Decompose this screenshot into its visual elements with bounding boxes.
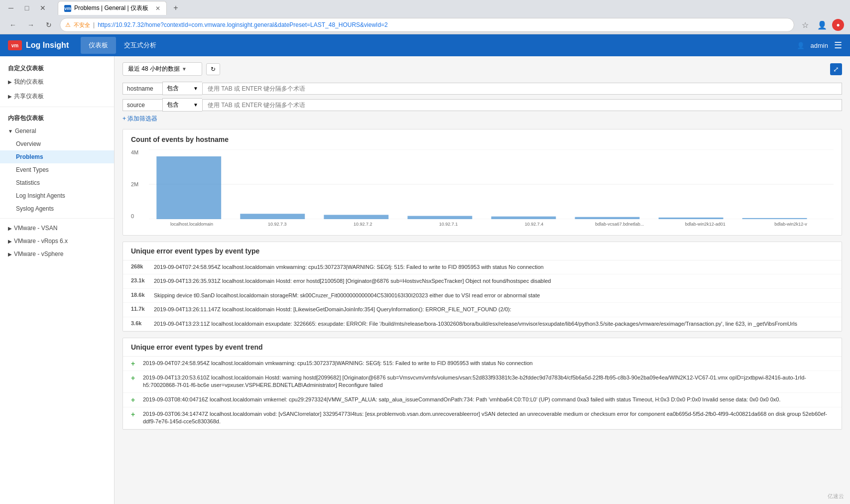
sidebar-item-event-types[interactable]: Event Types xyxy=(0,163,114,176)
filters: hostname 包含 ▼ source 包含 ▼ + 添加筛选器 xyxy=(122,82,842,123)
sidebar-item-log-insight-agents[interactable]: Log Insight Agents xyxy=(0,189,114,202)
watermark: 亿速云 xyxy=(828,493,844,500)
svg-rect-5 xyxy=(324,215,388,219)
sidebar-vmware-vsphere[interactable]: ▶ VMware - vSphere xyxy=(0,248,114,260)
list-item[interactable]: + 2019-09-04T07:24:58.954Z localhost.loc… xyxy=(123,357,842,371)
chevron-right-icon-3: ▶ xyxy=(8,226,12,231)
chart-y-labels: 4M 2M 0 xyxy=(131,149,147,219)
browser-chrome: ─ □ ✕ vm Problems | General | 仪表板 ✕ + ← … xyxy=(0,0,850,34)
sidebar-item-syslog-agents[interactable]: Syslog Agents xyxy=(0,202,114,215)
time-selector[interactable]: 最近 48 小时的数据 ▼ xyxy=(122,62,202,76)
extension-icon[interactable]: ● xyxy=(832,19,844,31)
separator: | xyxy=(93,21,95,28)
sidebar-item-overview[interactable]: Overview xyxy=(0,137,114,150)
new-tab-button[interactable]: + xyxy=(170,2,182,14)
trend-events-title: Unique error event types by event trend xyxy=(123,338,842,357)
list-item[interactable]: + 2019-09-03T06:34:14747Z localhost.loca… xyxy=(123,407,842,429)
logo: vm Log Insight xyxy=(8,40,69,50)
error-events-title: Unique error event types by event type xyxy=(123,242,842,260)
my-dashboards-label: 我的仪表板 xyxy=(14,78,44,86)
sidebar-vmware-vsan[interactable]: ▶ VMware - VSAN xyxy=(0,222,114,235)
table-row[interactable]: 18.6k Skipping device tl0.SanD localhost… xyxy=(123,289,842,303)
nav-right: 👤 admin ☰ xyxy=(797,40,842,51)
list-item[interactable]: + 2019-09-04T13:20:53.610Z localhost.loc… xyxy=(123,371,842,393)
sidebar-my-dashboards[interactable]: ▶ 我的仪表板 xyxy=(0,75,114,89)
profile-icon[interactable]: 👤 xyxy=(815,18,829,32)
chevron-down-icon: ▼ xyxy=(8,128,13,134)
add-filter-button[interactable]: + 添加筛选器 xyxy=(122,115,842,123)
event-text-3: 2019-09-04T13:26:11.147Z localhost.local… xyxy=(154,306,834,313)
x-label-0: localhost.localdomain xyxy=(149,222,235,227)
x-label-2: 10.92.7.2 xyxy=(320,222,406,227)
sidebar-vmware-vrops[interactable]: ▶ VMware - vRops 6.x xyxy=(0,235,114,248)
active-tab[interactable]: vm Problems | General | 仪表板 ✕ xyxy=(58,1,167,15)
sidebar-item-statistics[interactable]: Statistics xyxy=(0,176,114,189)
filter-op-text: 包含 xyxy=(167,84,179,93)
chevron-right-icon-5: ▶ xyxy=(8,252,12,257)
forward-button[interactable]: → xyxy=(24,18,38,32)
tab-close-icon[interactable]: ✕ xyxy=(155,5,160,12)
shared-dashboards-label: 共享仪表板 xyxy=(14,92,44,101)
x-label-6: bdlab-win2k12-ad01 xyxy=(662,222,748,227)
refresh-button[interactable]: ↻ xyxy=(206,63,220,75)
browser-controls: ─ □ ✕ xyxy=(4,1,50,15)
reload-button[interactable]: ↻ xyxy=(42,18,56,32)
sidebar-item-problems[interactable]: Problems xyxy=(0,150,114,163)
logo-icon: vm xyxy=(8,40,22,50)
chevron-down-icon-op2: ▼ xyxy=(193,102,198,108)
sidebar-divider-2 xyxy=(0,218,114,219)
expand-button[interactable]: ⤢ xyxy=(830,63,842,75)
chevron-down-icon: ▼ xyxy=(182,66,187,72)
expand-icon-0[interactable]: + xyxy=(131,360,138,368)
content: 最近 48 小时的数据 ▼ ↻ ⤢ hostname 包含 ▼ source xyxy=(115,56,850,504)
x-label-3: 10.92.7.1 xyxy=(406,222,491,227)
back-button[interactable]: ← xyxy=(6,18,20,32)
table-row[interactable]: 268k 2019-09-04T07:24:58.954Z localhost.… xyxy=(123,260,842,274)
event-count-1: 23.1k xyxy=(131,277,149,283)
sidebar-general-group[interactable]: ▼ General xyxy=(0,125,114,137)
custom-dashboards-header: 自定义仪表板 xyxy=(0,60,114,75)
expand-icon-2[interactable]: + xyxy=(131,396,138,404)
expand-icon-3[interactable]: + xyxy=(131,410,138,418)
filter-hostname-operator[interactable]: 包含 ▼ xyxy=(162,82,202,95)
table-row[interactable]: 3.6k 2019-09-04T13:23:11Z localhost.loca… xyxy=(123,317,842,331)
close-button[interactable]: ✕ xyxy=(36,1,50,15)
address-bar[interactable]: ⚠ 不安全 | https://10.92.7.32/home?contextI… xyxy=(60,18,794,32)
chart-title: Count of events by hostname xyxy=(131,135,834,143)
filter-source-input[interactable] xyxy=(202,99,842,111)
event-count-3: 11.7k xyxy=(131,306,149,312)
user-name: admin xyxy=(811,42,828,49)
nav-interactive-button[interactable]: 交互式分析 xyxy=(116,37,164,54)
tab-bar: vm Problems | General | 仪表板 ✕ + xyxy=(54,0,846,15)
trend-events-section: Unique error event types by event trend … xyxy=(122,338,842,430)
browser-actions: ☆ 👤 ● xyxy=(798,18,844,32)
svg-rect-3 xyxy=(156,156,221,219)
menu-icon[interactable]: ☰ xyxy=(834,40,842,51)
x-label-1: 10.92.7.3 xyxy=(235,222,320,227)
sidebar-shared-dashboards[interactable]: ▶ 共享仪表板 xyxy=(0,89,114,104)
user-icon: 👤 xyxy=(797,42,805,49)
event-text-2: Skipping device tl0.SanD localhost.local… xyxy=(154,292,834,299)
event-text-1: 2019-09-04T13:26:35.931Z localhost.local… xyxy=(154,277,834,285)
filter-source-operator[interactable]: 包含 ▼ xyxy=(162,98,202,112)
sidebar-divider-1 xyxy=(0,107,114,107)
filter-hostname-input[interactable] xyxy=(202,83,842,95)
trend-text-1: 2019-09-04T13:20:53.610Z localhost.local… xyxy=(143,374,834,389)
minimize-button[interactable]: ─ xyxy=(4,1,18,15)
app: vm Log Insight 仪表板 交互式分析 👤 admin ☰ 自定义仪表… xyxy=(0,34,850,504)
event-text-0: 2019-09-04T07:24:58.954Z localhost.local… xyxy=(154,263,834,271)
event-count-4: 3.6k xyxy=(131,320,149,326)
vmware-vrops-label: VMware - vRops 6.x xyxy=(14,238,68,245)
tab-title: Problems | General | 仪表板 xyxy=(74,4,148,12)
expand-icon-1[interactable]: + xyxy=(131,374,138,382)
maximize-button[interactable]: □ xyxy=(20,1,34,15)
events-scroll: 268k 2019-09-04T07:24:58.954Z localhost.… xyxy=(123,260,842,331)
list-item[interactable]: + 2019-09-03T08:40:04716Z localhost.loca… xyxy=(123,393,842,407)
url-text[interactable]: https://10.92.7.32/home?contextId=com.vm… xyxy=(98,21,789,28)
nav-dashboard-button[interactable]: 仪表板 xyxy=(81,37,116,54)
table-row[interactable]: 23.1k 2019-09-04T13:26:35.931Z localhost… xyxy=(123,274,842,288)
chart-area xyxy=(149,149,834,219)
table-row[interactable]: 11.7k 2019-09-04T13:26:11.147Z localhost… xyxy=(123,303,842,317)
bookmark-icon[interactable]: ☆ xyxy=(798,18,812,32)
event-count-2: 18.6k xyxy=(131,292,149,298)
